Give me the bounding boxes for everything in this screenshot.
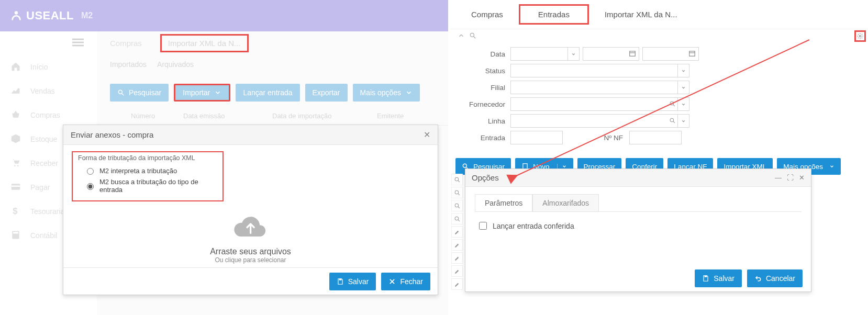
settings-gear-button[interactable]	[854, 30, 866, 42]
enviar-anexos-modal: Enviar anexos - compra ✕ Forma de tribut…	[63, 125, 438, 295]
chevron-down-icon[interactable]	[568, 47, 580, 61]
search-icon[interactable]	[451, 174, 463, 185]
opcoes-cancel-button[interactable]: Cancelar	[747, 269, 803, 287]
tab-almoxarifados[interactable]: Almoxarifados	[532, 194, 599, 211]
calendar-icon[interactable]	[629, 50, 636, 57]
edit-icon[interactable]	[451, 252, 463, 264]
edit-icon[interactable]	[451, 239, 463, 251]
close-icon[interactable]: ✕	[799, 174, 805, 182]
chevron-down-icon[interactable]	[678, 81, 689, 94]
svg-rect-2	[72, 41, 84, 43]
col-numero: Número	[131, 112, 183, 120]
nf-input[interactable]	[629, 131, 682, 144]
modal-close-button[interactable]: Fechar	[381, 273, 430, 290]
sidebar-item-label: Tesouraria	[30, 207, 64, 216]
search-icon[interactable]	[451, 213, 463, 224]
checkbox-lancar-entrada-conferida[interactable]: Lançar entrada conferida	[477, 220, 799, 231]
tab-parametros[interactable]: Parâmetros	[475, 194, 532, 211]
search-icon[interactable]	[451, 187, 463, 198]
calendar-icon[interactable]	[688, 50, 696, 57]
linha-input[interactable]	[510, 114, 678, 128]
breadcrumb-compras[interactable]: Compras	[110, 39, 142, 48]
modal-close-icon[interactable]: ✕	[424, 130, 430, 140]
opcoes-modal: Opções — ⛶ ✕ Parâmetros Almoxarifados La…	[465, 168, 811, 292]
edit-icon[interactable]	[451, 278, 463, 290]
sidebar-item-label: Pagar	[30, 183, 50, 192]
minimize-icon[interactable]: —	[775, 174, 782, 182]
svg-point-23	[670, 118, 674, 122]
search-icon[interactable]	[669, 117, 676, 124]
svg-line-35	[458, 220, 460, 221]
pesquisar-button[interactable]: Pesquisar	[110, 84, 169, 102]
status-select[interactable]	[510, 64, 678, 77]
sidebar-item-vendas[interactable]: Vendas	[0, 79, 97, 103]
radio-m2-busca[interactable]: M2 busca a tributação do tipo de entrada	[78, 176, 217, 195]
svg-rect-19	[689, 51, 695, 56]
button-label: Importar	[183, 88, 210, 97]
tributacao-box: Forma de tributação da importação XML M2…	[72, 151, 224, 201]
search-icon[interactable]	[451, 200, 463, 211]
chevron-down-icon[interactable]	[678, 114, 689, 128]
opcoes-modal-title: Opções	[472, 173, 499, 182]
svg-rect-3	[72, 44, 84, 46]
edit-icon[interactable]	[451, 226, 463, 238]
breadcrumb-entradas[interactable]: Entradas	[519, 4, 589, 25]
svg-point-34	[455, 217, 459, 220]
svg-point-0	[15, 11, 18, 14]
grid-header: Número Data emissão Data de importação E…	[97, 107, 448, 126]
exportar-button[interactable]: Exportar	[305, 84, 348, 102]
row-tools-column	[451, 174, 463, 290]
sidebar-item-label: Compras	[30, 111, 60, 119]
fornecedor-input[interactable]	[510, 97, 678, 111]
edit-icon[interactable]	[451, 265, 463, 277]
svg-rect-13	[339, 278, 341, 280]
sidebar-item-compras[interactable]: Compras	[0, 103, 97, 127]
sidebar-item-inicio[interactable]: Início	[0, 55, 97, 79]
sidebar-item-label: Início	[30, 63, 48, 71]
chevron-down-icon[interactable]	[678, 97, 689, 111]
tributacao-title: Forma de tributação da importação XML	[78, 154, 217, 162]
search-icon[interactable]	[669, 100, 676, 107]
left-app-header: USEALL M2	[0, 0, 448, 31]
button-label: Fechar	[400, 277, 423, 286]
filter-label-nf: Nº NF	[597, 134, 626, 142]
filial-select[interactable]	[510, 81, 678, 94]
mais-opcoes-button[interactable]: Mais opções	[353, 84, 420, 102]
tab-importados[interactable]: Importados	[110, 60, 147, 69]
svg-line-33	[458, 207, 460, 208]
brand-name: USEALL	[26, 9, 74, 22]
data-type-select[interactable]	[510, 47, 568, 61]
col-emitente: Emitente	[377, 112, 435, 120]
checkbox-label: Lançar entrada conferida	[493, 222, 574, 230]
opcoes-save-button[interactable]: Salvar	[695, 269, 742, 287]
breadcrumb-compras[interactable]: Compras	[471, 10, 503, 19]
breadcrumb-importar-xml[interactable]: Importar XML da N...	[160, 34, 249, 52]
importar-button[interactable]: Importar	[174, 84, 230, 102]
filter-label-data: Data	[461, 50, 510, 58]
svg-point-21	[670, 102, 674, 105]
modal-save-button[interactable]: Salvar	[329, 273, 376, 290]
chevron-down-icon[interactable]	[678, 64, 689, 77]
svg-line-24	[673, 121, 675, 123]
hamburger-icon[interactable]	[72, 37, 84, 50]
search-icon[interactable]	[469, 32, 476, 41]
sidebar-item-label: Contábil	[30, 231, 57, 240]
radio-m2-interpreta[interactable]: M2 interpreta a tributação	[78, 165, 217, 176]
tab-arquivados[interactable]: Arquivados	[157, 60, 194, 69]
button-label: Pesquisar	[129, 88, 161, 97]
entrada-input[interactable]	[510, 131, 563, 144]
lancar-entrada-button[interactable]: Lançar entrada	[236, 84, 299, 102]
upload-dropzone[interactable]: Arraste seus arquivos Ou clique para sel…	[210, 213, 291, 264]
collapse-icon[interactable]	[458, 32, 465, 41]
filter-label-linha: Linha	[461, 117, 510, 125]
chart-icon	[10, 85, 21, 97]
svg-point-5	[17, 165, 19, 166]
modal-title: Enviar anexos - compra	[71, 130, 153, 139]
brand-sub: M2	[81, 11, 93, 20]
maximize-icon[interactable]: ⛶	[787, 174, 794, 182]
left-breadcrumb: Compras Importar XML da N...	[97, 31, 448, 55]
svg-rect-10	[13, 232, 18, 233]
breadcrumb-importar-xml[interactable]: Importar XML da N...	[605, 10, 677, 19]
svg-text:$: $	[13, 206, 18, 216]
cart-icon	[10, 158, 21, 170]
